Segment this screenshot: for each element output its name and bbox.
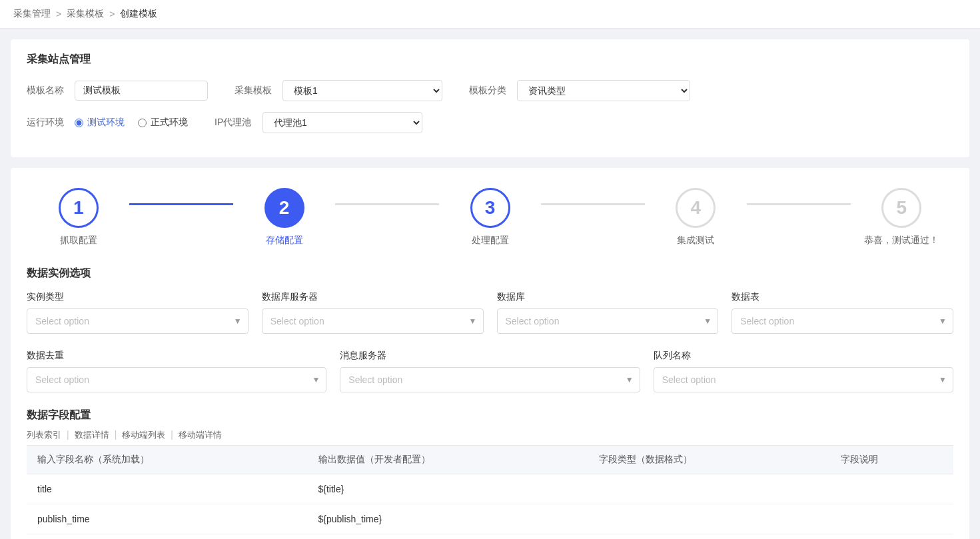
collect-template-select[interactable]: 模板1 [282,80,442,101]
radio-test-env[interactable]: 测试环境 [75,117,125,129]
database-select[interactable]: Select option [497,308,719,334]
col-field-type: 字段类型（数据格式） [588,446,830,474]
data-table-label: 数据表 [732,291,953,303]
step-4-number: 4 [691,197,702,219]
tab-mobile-detail[interactable]: 移动端详情 [179,425,222,445]
breadcrumb-item-2[interactable]: 采集模板 [67,8,104,20]
dropdowns-row-2: 数据去重 Select option ▼ 消息服务器 Select option… [27,350,953,392]
collect-template-field: 采集模板 模板1 [235,80,442,101]
steps-container: 1 抓取配置 2 存储配置 3 处理配置 4 [27,188,953,247]
field-config-title: 数据字段配置 [27,408,953,422]
template-name-label: 模板名称 [27,85,67,97]
queue-name-label: 队列名称 [654,350,953,362]
breadcrumb-sep-1: > [56,9,61,19]
step-1-label: 抓取配置 [60,235,97,247]
row-3-desc [830,534,954,540]
radio-prod-env[interactable]: 正式环境 [138,117,188,129]
tab-sep-3: | [165,425,179,445]
db-server-select[interactable]: Select option [262,308,484,334]
field-table-body: title ${title} publish_time ${publish_ti… [27,474,953,540]
step-2-circle: 2 [264,188,304,228]
breadcrumb-item-3: 创建模板 [120,8,157,20]
form-row-2: 运行环境 测试环境 正式环境 IP代理池 代理池1 [27,112,953,133]
radio-test-env-input[interactable] [75,119,83,127]
run-env-label: 运行环境 [27,117,67,129]
panel-title: 采集站点管理 [27,53,953,67]
field-table-header-row: 输入字段名称（系统加载） 输出数据值（开发者配置） 字段类型（数据格式） 字段说… [27,446,953,474]
data-dedup-label: 数据去重 [27,350,326,362]
col-field-desc: 字段说明 [830,446,954,474]
step-2-number: 2 [279,197,290,219]
template-category-select[interactable]: 资讯类型 [517,80,690,101]
step-3-number: 3 [485,197,496,219]
data-instance-title: 数据实例选项 [27,267,953,280]
data-table-select[interactable]: Select option [732,308,953,334]
top-panel: 采集站点管理 模板名称 采集模板 模板1 模板分类 资讯类型 运行环境 [11,39,969,157]
msg-server-dropdown: 消息服务器 Select option ▼ [340,350,640,392]
step-2: 2 存储配置 [233,188,336,247]
field-config-tabs: 列表索引 | 数据详情 | 移动端列表 | 移动端详情 [27,425,953,446]
tab-list-index[interactable]: 列表索引 [27,425,61,445]
row-3-input: contenthtml [27,534,308,540]
template-name-field: 模板名称 [27,81,208,101]
step-line-3 [541,203,644,205]
breadcrumb-item-1[interactable]: 采集管理 [13,8,51,20]
step-line-4 [747,203,850,205]
radio-prod-env-input[interactable] [138,119,147,127]
template-category-label: 模板分类 [469,85,509,97]
tab-data-detail[interactable]: 数据详情 [75,425,109,445]
tab-mobile-list[interactable]: 移动端列表 [122,425,165,445]
table-row: contenthtml [27,534,953,540]
row-2-type [588,504,830,534]
step-4-label: 集成测试 [677,235,714,247]
database-wrapper: Select option ▼ [497,308,719,334]
data-dedup-select[interactable]: Select option [27,367,326,392]
step-5-circle: 5 [881,188,921,228]
row-1-type [588,474,830,504]
queue-name-dropdown: 队列名称 Select option ▼ [654,350,953,392]
step-5: 5 恭喜，测试通过！ [850,188,953,247]
row-2-output: ${publish_time} [308,504,589,534]
step-3-circle: 3 [470,188,510,228]
radio-test-env-label: 测试环境 [87,117,125,129]
row-1-desc [830,474,954,504]
radio-prod-env-label: 正式环境 [151,117,188,129]
template-name-input[interactable] [75,81,208,101]
ip-pool-select[interactable]: 代理池1 [262,112,422,133]
ip-pool-label: IP代理池 [215,117,254,129]
col-input-field: 输入字段名称（系统加载） [27,446,308,474]
step-4-circle: 4 [676,188,716,228]
data-dedup-wrapper: Select option ▼ [27,367,326,392]
collect-template-label: 采集模板 [235,85,274,97]
instance-type-select[interactable]: Select option [27,308,248,334]
step-3: 3 处理配置 [438,188,542,247]
step-2-label: 存储配置 [266,235,303,247]
row-2-desc [830,504,954,534]
row-1-output: ${title} [308,474,589,504]
table-row: title ${title} [27,474,953,504]
step-1-circle: 1 [59,188,99,228]
db-server-wrapper: Select option ▼ [262,308,484,334]
step-3-label: 处理配置 [472,235,509,247]
step-line-2 [335,203,438,205]
instance-type-label: 实例类型 [27,291,248,303]
data-table-wrapper: Select option ▼ [732,308,953,334]
step-5-label: 恭喜，测试通过！ [864,235,939,247]
db-server-label: 数据库服务器 [262,291,484,303]
data-table-dropdown: 数据表 Select option ▼ [732,291,953,334]
row-3-output [308,534,589,540]
dropdowns-row-1: 实例类型 Select option ▼ 数据库服务器 Select optio… [27,291,953,334]
step-1: 1 抓取配置 [27,188,130,247]
step-5-number: 5 [896,197,907,219]
breadcrumb: 采集管理 > 采集模板 > 创建模板 [0,0,980,29]
run-env-field: 运行环境 测试环境 正式环境 [27,117,188,129]
breadcrumb-sep-2: > [109,9,115,19]
tab-sep-2: | [109,425,123,445]
instance-type-wrapper: Select option ▼ [27,308,248,334]
tab-sep-1: | [61,425,75,445]
table-row: publish_time ${publish_time} [27,504,953,534]
row-2-input: publish_time [27,504,308,534]
steps-panel: 1 抓取配置 2 存储配置 3 处理配置 4 [11,168,969,539]
queue-name-select[interactable]: Select option [654,367,953,392]
msg-server-select[interactable]: Select option [340,367,640,392]
